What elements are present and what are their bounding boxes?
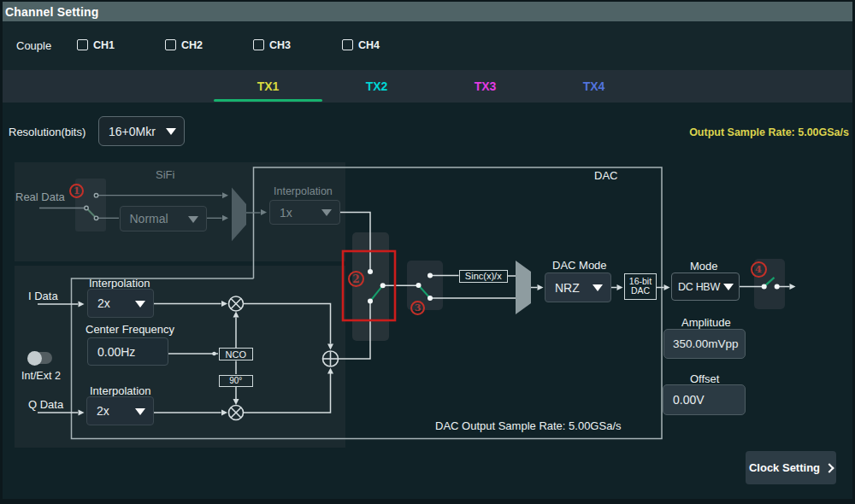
mode-dropdown[interactable]: DC HBW	[671, 273, 740, 302]
annotation-circle-4: 4	[751, 261, 767, 278]
switch1-dots	[85, 194, 98, 220]
annotation-circle-2: 2	[348, 271, 364, 287]
annotation-circle-3: 3	[410, 301, 425, 315]
sifi-mux	[232, 187, 246, 241]
dac-mux	[516, 261, 531, 314]
i-interpolation-value: 2x	[97, 296, 110, 310]
q-data-label: Q Data	[28, 398, 63, 411]
chevron-down-icon	[135, 301, 145, 308]
sifi-interpolation-dropdown[interactable]: 1x	[269, 200, 340, 225]
center-frequency-label: Center Frequency	[86, 323, 174, 336]
center-frequency-value: 0.00Hz	[97, 345, 135, 359]
q-interpolation-value: 2x	[97, 404, 109, 418]
sifi-filter-value: Normal	[130, 212, 168, 226]
sifi-title: SiFi	[156, 168, 174, 181]
i-interpolation-label: Interpolation	[89, 277, 150, 290]
switch3-dots	[416, 273, 433, 302]
nco-box: NCO	[219, 348, 254, 360]
nco-junction-dot	[212, 352, 216, 356]
int-ext-label: Int/Ext 2	[21, 370, 61, 382]
i-data-label: I Data	[28, 290, 58, 302]
center-frequency-input[interactable]: 0.00Hz	[87, 337, 168, 366]
chevron-down-icon	[593, 284, 603, 291]
offset-label: Offset	[690, 372, 719, 385]
amplitude-input[interactable]: 350.00mVpp	[663, 329, 746, 359]
mode-label: Mode	[690, 260, 718, 273]
channel-setting-window: Channel Setting Couple CH1 CH2 CH3 CH4 T…	[0, 0, 855, 504]
dac16-box: 16-bit DAC	[624, 273, 657, 301]
amplitude-value: 350.00mVpp	[673, 337, 739, 350]
dac-mode-value: NRZ	[555, 281, 580, 295]
amplitude-label: Amplitude	[681, 316, 731, 329]
chevron-down-icon	[723, 284, 734, 290]
real-data-label: Real Data	[15, 190, 65, 203]
dac-mode-dropdown[interactable]: NRZ	[545, 273, 611, 302]
chevron-down-icon	[188, 216, 198, 223]
chevron-down-icon	[135, 408, 145, 415]
mode-value: DC HBW	[678, 281, 720, 293]
switch2-lever	[370, 285, 383, 301]
chevron-down-icon	[321, 209, 332, 216]
q-interpolation-label: Interpolation	[90, 384, 151, 397]
switch2-dots	[368, 269, 386, 304]
switch3-lever	[419, 285, 431, 298]
int-ext-toggle-knob[interactable]	[27, 351, 42, 366]
sifi-interpolation-label: Interpolation	[274, 185, 333, 197]
clock-setting-label: Clock Setting	[749, 461, 820, 474]
sifi-interpolation-value: 1x	[280, 206, 292, 220]
sinc-box: Sinc(x)/x	[459, 270, 509, 283]
clock-setting-button[interactable]: Clock Setting	[746, 451, 836, 484]
dac-sample-rate: DAC Output Sample Rate: 5.00GSa/s	[435, 419, 622, 432]
annotation-circle-1: 1	[69, 184, 84, 198]
phase-90-box: 90°	[219, 375, 254, 387]
chevron-right-icon	[824, 463, 834, 472]
sifi-filter-dropdown[interactable]: Normal	[120, 206, 208, 231]
diagram-wires	[0, 0, 855, 504]
dac16-line2: DAC	[631, 286, 650, 296]
switch4-dots	[762, 284, 780, 290]
q-interpolation-dropdown[interactable]: 2x	[86, 396, 154, 425]
offset-input[interactable]: 0.00V	[663, 384, 746, 415]
offset-value: 0.00V	[673, 393, 705, 407]
dac-mode-label: DAC Mode	[552, 259, 607, 272]
dac-block-label: DAC	[594, 169, 617, 182]
i-interpolation-dropdown[interactable]: 2x	[87, 289, 154, 318]
